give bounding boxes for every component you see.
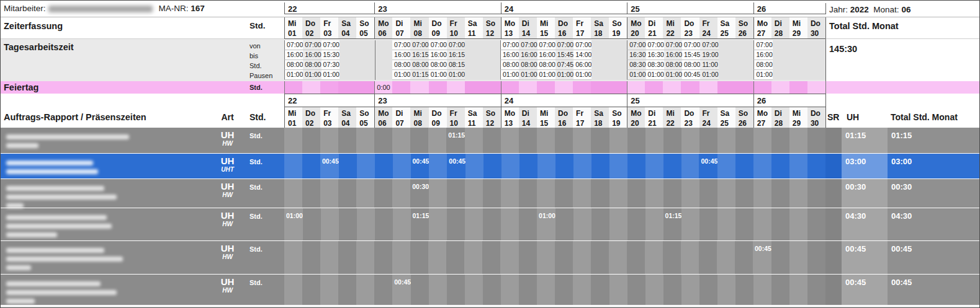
day-value-cell[interactable] (609, 208, 627, 240)
day-value-cell[interactable] (410, 241, 428, 274)
day-value-cell[interactable] (357, 154, 375, 178)
day-value-cell[interactable] (681, 241, 699, 274)
day-value-cell[interactable] (375, 154, 393, 178)
day-value-cell[interactable] (609, 128, 627, 153)
day-value-cell[interactable] (735, 275, 753, 305)
day-value-cell[interactable] (573, 241, 591, 274)
day-value-cell[interactable] (302, 154, 320, 178)
day-value-cell[interactable] (663, 154, 681, 178)
day-value-cell[interactable] (627, 128, 645, 153)
day-value-cell[interactable] (645, 241, 663, 274)
day-value-cell[interactable] (501, 154, 519, 178)
day-value-cell[interactable] (555, 179, 573, 208)
day-value-cell[interactable] (483, 179, 501, 208)
day-value-cell[interactable] (753, 208, 771, 240)
day-value-cell[interactable] (356, 179, 374, 208)
day-value-cell[interactable] (446, 241, 464, 274)
day-value-cell[interactable] (753, 128, 771, 153)
day-value-cell[interactable] (284, 241, 302, 274)
day-value-cell[interactable] (483, 128, 501, 153)
day-value-cell[interactable] (555, 154, 573, 178)
day-value-cell[interactable] (789, 275, 807, 305)
auftrag-row[interactable]: UHHWStd.01:0001:1501:0001:1504:3004:30 (0, 208, 980, 241)
day-value-cell[interactable] (789, 154, 807, 178)
day-value-cell[interactable]: 00:45 (411, 154, 429, 178)
day-value-cell[interactable] (429, 154, 447, 178)
day-value-cell[interactable] (428, 241, 446, 274)
day-value-cell[interactable] (338, 179, 356, 208)
day-value-cell[interactable]: 00:45 (753, 241, 771, 274)
day-value-cell[interactable] (627, 275, 645, 305)
day-value-cell[interactable] (807, 241, 825, 274)
day-value-cell[interactable] (375, 208, 393, 240)
day-value-cell[interactable] (555, 275, 573, 305)
day-value-cell[interactable] (807, 154, 825, 178)
day-value-cell[interactable] (699, 179, 717, 208)
day-value-cell[interactable] (555, 241, 573, 274)
auftrag-row[interactable]: UHHWStd.00:4500:4500:45 (0, 275, 980, 306)
day-value-cell[interactable] (356, 241, 374, 274)
day-value-cell[interactable] (465, 128, 483, 153)
day-value-cell[interactable] (753, 154, 771, 178)
day-value-cell[interactable] (573, 128, 591, 153)
day-value-cell[interactable] (681, 179, 699, 208)
day-value-cell[interactable] (681, 154, 699, 178)
day-value-cell[interactable] (789, 208, 807, 240)
day-value-cell[interactable]: 00:45 (392, 275, 411, 305)
day-value-cell[interactable] (645, 154, 663, 178)
day-value-cell[interactable] (717, 208, 735, 240)
day-value-cell[interactable] (717, 241, 735, 274)
day-value-cell[interactable] (771, 154, 789, 178)
day-value-cell[interactable] (284, 275, 302, 305)
day-value-cell[interactable] (807, 275, 825, 305)
day-value-cell[interactable] (465, 275, 483, 305)
day-value-cell[interactable] (537, 275, 555, 305)
day-value-cell[interactable] (320, 128, 338, 153)
day-value-cell[interactable]: 00:45 (699, 154, 717, 178)
day-value-cell[interactable] (663, 275, 681, 305)
day-value-cell[interactable] (771, 275, 789, 305)
day-value-cell[interactable] (573, 208, 591, 240)
day-value-cell[interactable] (807, 208, 825, 240)
day-value-cell[interactable] (591, 275, 609, 305)
day-value-cell[interactable] (735, 154, 753, 178)
day-value-cell[interactable] (320, 241, 338, 274)
day-value-cell[interactable] (771, 128, 789, 153)
day-value-cell[interactable] (609, 241, 627, 274)
day-value-cell[interactable]: 01:15 (411, 208, 429, 240)
day-value-cell[interactable] (645, 179, 663, 208)
day-value-cell[interactable] (573, 179, 591, 208)
day-value-cell[interactable] (627, 208, 645, 240)
day-value-cell[interactable] (501, 179, 519, 208)
day-value-cell[interactable] (663, 179, 681, 208)
day-value-cell[interactable] (789, 179, 807, 208)
day-value-cell[interactable]: 00:30 (410, 179, 429, 208)
auftrag-row[interactable]: UHHWStd.00:4500:4500:45 (0, 241, 980, 275)
day-value-cell[interactable] (428, 128, 446, 153)
day-value-cell[interactable] (374, 179, 392, 208)
day-value-cell[interactable] (338, 275, 356, 305)
day-value-cell[interactable] (681, 208, 699, 240)
day-value-cell[interactable] (789, 241, 807, 274)
day-value-cell[interactable] (320, 179, 338, 208)
day-value-cell[interactable] (771, 179, 789, 208)
day-value-cell[interactable] (411, 275, 429, 305)
day-value-cell[interactable] (681, 128, 699, 153)
day-value-cell[interactable] (356, 128, 374, 153)
day-value-cell[interactable] (717, 154, 735, 178)
day-value-cell[interactable] (465, 154, 483, 178)
day-value-cell[interactable] (519, 154, 537, 178)
day-value-cell[interactable] (591, 179, 609, 208)
day-value-cell[interactable]: 01:15 (446, 128, 465, 153)
day-value-cell[interactable] (393, 154, 411, 178)
day-value-cell[interactable] (500, 241, 518, 274)
day-value-cell[interactable] (753, 179, 771, 208)
day-value-cell[interactable] (591, 128, 609, 153)
day-value-cell[interactable] (771, 208, 789, 240)
day-value-cell[interactable] (339, 208, 357, 240)
day-value-cell[interactable] (645, 208, 663, 240)
day-value-cell[interactable] (537, 179, 555, 208)
day-value-cell[interactable] (284, 179, 302, 208)
day-value-cell[interactable] (482, 241, 500, 274)
day-value-cell[interactable] (537, 128, 555, 153)
